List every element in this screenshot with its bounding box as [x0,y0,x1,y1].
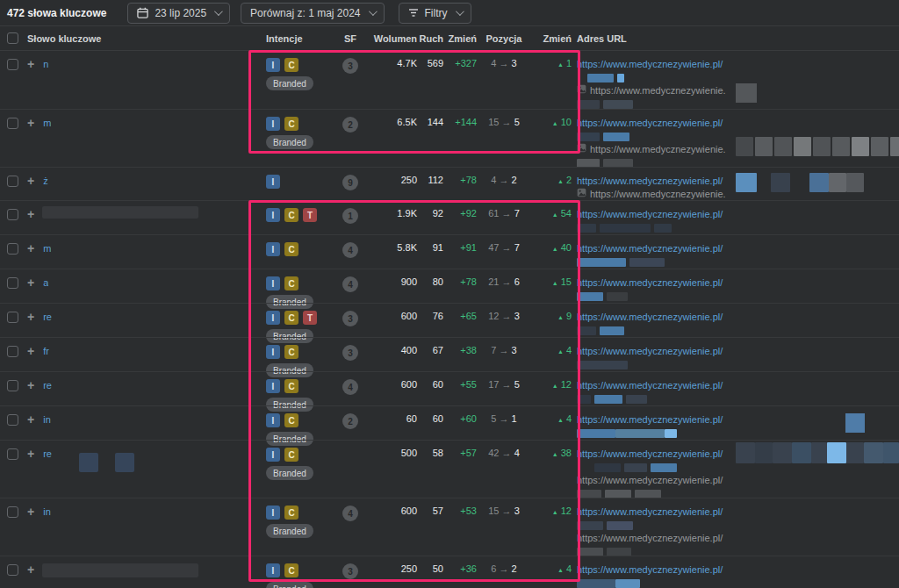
row-checkbox[interactable] [7,118,18,129]
result-url-link[interactable]: https://www.medycznezywienie.pl/ [577,506,899,519]
add-icon[interactable]: + [27,345,34,357]
keyword-text[interactable]: a [43,277,48,288]
secondary-url[interactable]: https://www.medycznezywienie.pl/ [577,474,899,487]
result-url-link[interactable]: https://www.medycznezywienie.pl/ [577,311,899,324]
keyword-text[interactable]: n [43,59,48,69]
header-change2[interactable]: Zmień [531,33,572,44]
redacted-block [577,224,596,233]
result-url-link[interactable]: https://www.medycznezywienie.pl/ [577,276,899,290]
add-icon[interactable]: + [27,276,34,289]
filters-button[interactable]: Filtry [399,3,471,24]
row-checkbox[interactable] [7,346,18,357]
table-row[interactable]: +m ICBranded 2 6.5K 144 +144 15 → 5 ▲10 … [0,109,899,167]
add-icon[interactable]: + [27,208,34,220]
arrow-right-icon: → [502,506,512,516]
table-row[interactable]: +re ICTBranded 3 600 76 +65 12 → 3 ▲9 ht… [0,303,899,337]
volume-value: 600 [364,506,417,516]
row-checkbox[interactable] [7,176,18,187]
keyword-text[interactable]: fr [43,346,49,356]
intent-badge-commercial: C [284,58,298,72]
add-icon[interactable]: + [27,175,34,187]
add-icon[interactable]: + [27,506,34,518]
add-icon[interactable]: + [27,242,34,255]
keyword-text[interactable]: m [43,118,51,128]
position-old: 5 [491,413,496,424]
row-checkbox[interactable] [7,448,18,460]
row-checkbox[interactable] [7,243,18,255]
select-all-checkbox[interactable] [7,32,18,44]
keyword-text[interactable]: m [43,243,51,254]
keyword-text[interactable]: in [43,414,51,425]
result-url-link[interactable]: https://www.medycznezywienie.pl/ [577,208,899,221]
row-checkbox[interactable] [7,59,18,70]
add-icon[interactable]: + [27,413,34,426]
secondary-url[interactable]: https://www.medycznezywienie.pl/ [577,532,899,545]
traffic-change: +53 [443,506,477,516]
table-row[interactable]: +re ICBranded 500 58 +57 42 → 4 ▲38 http… [0,440,899,498]
header-traffic[interactable]: Ruch [417,33,443,44]
redacted-block [577,429,615,438]
traffic-change: +91 [443,242,477,253]
up-arrow-icon: ▲ [552,246,558,252]
traffic-value: 144 [417,117,443,127]
header-keyword: Słowo kluczowe [27,33,101,44]
position-delta: 54 [561,208,572,219]
volume-value: 6.5K [364,117,417,127]
table-row[interactable]: +n ICBranded 3 4.7K 569 +327 4 → 3 ▲1 ht… [0,51,899,109]
add-icon[interactable]: + [27,58,34,70]
traffic-change: +55 [443,379,477,390]
table-row[interactable]: +in ICBranded 4 600 57 +53 15 → 3 ▲12 ht… [0,498,899,556]
intent-badge-informational: I [266,242,280,256]
arrow-right-icon: → [500,58,509,68]
table-row[interactable]: +ż I 9 250 112 +78 4 → 2 ▲2 https://www.… [0,167,899,200]
result-url-link[interactable]: https://www.medycznezywienie.pl/ [577,563,899,577]
result-url-link[interactable]: https://www.medycznezywienie.pl/ [577,345,899,358]
header-change[interactable]: Zmień [443,33,477,44]
traffic-value: 57 [417,506,443,516]
keyword-text[interactable]: re [43,312,52,322]
result-url-link[interactable]: https://www.medycznezywienie.pl/ [577,117,899,130]
keyword-text[interactable]: ż [43,176,48,186]
result-url-link[interactable]: https://www.medycznezywienie.pl/ [577,242,899,255]
position-new: 7 [514,242,520,253]
up-arrow-icon: ▲ [552,383,558,389]
image-url-link[interactable]: https://www.medycznezywienie. [590,143,726,156]
row-checkbox[interactable] [7,312,18,323]
table-row[interactable]: +n ICBranded 3 250 50 +36 6 → 2 ▲4 https… [0,556,899,588]
date-picker-button[interactable]: 23 lip 2025 [127,3,230,24]
image-url-link[interactable]: https://www.medycznezywienie. [590,188,726,201]
add-icon[interactable]: + [27,379,34,391]
redacted-block [736,83,757,103]
header-volume[interactable]: Wolumen [364,33,417,44]
keyword-positions-page: 472 słowa kluczowe 23 lip 2025 Porównaj … [0,0,899,588]
row-checkbox[interactable] [7,277,18,289]
row-checkbox[interactable] [7,506,18,518]
keyword-text[interactable]: re [43,380,52,391]
result-url-link[interactable]: https://www.medycznezywienie.pl/ [577,379,899,392]
add-icon[interactable]: + [27,448,34,460]
row-checkbox[interactable] [7,380,18,391]
volume-value: 600 [364,379,417,390]
header-position[interactable]: Pozycja [477,33,531,44]
table-row[interactable]: +fr ICBranded 3 400 67 +38 7 → 3 ▲4 http… [0,337,899,371]
table-row[interactable]: +a ICBranded 4 900 80 +78 21 → 6 ▲15 htt… [0,269,899,303]
table-row[interactable]: +in ICBranded 2 60 60 +60 5 → 1 ▲4 https… [0,405,899,440]
table-row[interactable]: +re ICBranded 4 600 60 +55 17 → 5 ▲12 ht… [0,371,899,405]
calendar-icon [137,7,148,18]
table-row[interactable]: +m IC 4 5.8K 91 +91 47 → 7 ▲40 https://w… [0,234,899,269]
arrow-right-icon: → [502,276,512,287]
add-icon[interactable]: + [27,311,34,323]
intent-badge-commercial: C [284,506,298,520]
add-icon[interactable]: + [27,117,34,129]
result-url-link[interactable]: https://www.medycznezywienie.pl/ [577,58,899,71]
keyword-text[interactable]: re [43,448,52,459]
keyword-text[interactable]: in [43,506,51,517]
position-new: 3 [512,345,517,355]
row-checkbox[interactable] [7,414,18,426]
table-row[interactable]: +m ICT 1 1.9K 92 +92 61 → 7 ▲54 https://… [0,200,899,234]
row-checkbox[interactable] [7,564,18,576]
row-checkbox[interactable] [7,209,18,220]
add-icon[interactable]: + [27,563,34,576]
image-url-link[interactable]: https://www.medycznezywienie. [590,84,726,97]
compare-button[interactable]: Porównaj z: 1 maj 2024 [241,3,384,24]
